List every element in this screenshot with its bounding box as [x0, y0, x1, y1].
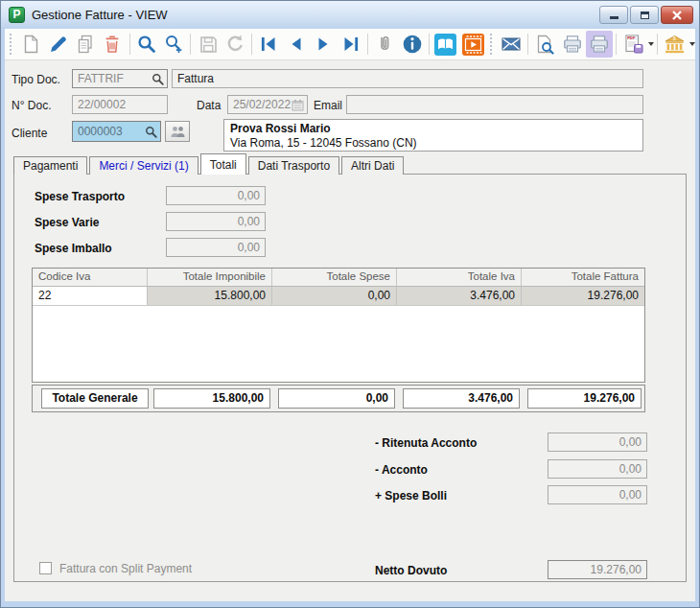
minimize-button[interactable]: [599, 6, 628, 24]
app-body: PDF: [5, 29, 695, 601]
printer-active-icon: [589, 34, 610, 55]
video-icon: [462, 34, 484, 56]
tab-altri-dati[interactable]: Altri Dati: [341, 156, 404, 175]
info-button[interactable]: [398, 31, 425, 58]
anagrafica-button[interactable]: [165, 121, 190, 142]
tabstrip: Pagamenti Merci / Servizi (1) Totali Dat…: [13, 153, 406, 175]
iva-table: Codice Iva Totale Imponibile Totale Spes…: [32, 268, 645, 383]
app-logo-icon: P: [9, 7, 25, 23]
toolbar-grip[interactable]: [490, 34, 495, 55]
app-window: P Gestione Fatture - VIEW: [0, 0, 700, 608]
netto-dovuto-value: 19.276,00: [591, 563, 642, 576]
toolbar-separator: [429, 34, 430, 55]
window-controls: [599, 6, 693, 24]
undo-button: [222, 31, 248, 58]
cliente-search-icon[interactable]: [145, 126, 157, 138]
previous-record-button[interactable]: [283, 31, 310, 58]
data-input: 25/02/2022: [227, 95, 308, 114]
numero-doc-input: 22/00002: [72, 95, 168, 114]
bank-services-button[interactable]: $: [661, 31, 688, 58]
bank-dropdown-arrow[interactable]: [689, 42, 695, 46]
toolbar-separator: [190, 34, 191, 55]
totale-spese-totalbox: 0,00: [278, 388, 395, 409]
tipo-doc-desc-value: Fattura: [177, 72, 214, 85]
ritenuta-acconto-value: 0,00: [619, 435, 642, 449]
video-tutorial-button[interactable]: [459, 31, 486, 58]
info-icon: [402, 34, 423, 55]
split-payment-label: Fattura con Split Payment: [59, 562, 192, 575]
advanced-search-button[interactable]: [160, 31, 187, 58]
totale-imponibile-totalbox: 15.800,00: [153, 388, 270, 409]
tipo-doc-value: FATTRIF: [78, 72, 124, 85]
new-document-icon: [20, 34, 41, 55]
new-document-button[interactable]: [17, 31, 44, 58]
split-payment-checkbox[interactable]: [39, 562, 52, 574]
spese-bolli-label: + Spese Bolli: [375, 489, 447, 503]
spese-imballo-label: Spese Imballo: [35, 242, 112, 255]
col-totale-spese[interactable]: Totale Spese: [272, 269, 397, 286]
maximize-button[interactable]: [630, 6, 659, 24]
pdf-dropdown-arrow[interactable]: [648, 42, 654, 46]
last-record-button[interactable]: [338, 31, 364, 58]
close-button[interactable]: [661, 6, 693, 24]
cliente-code-value: 0000003: [78, 125, 123, 138]
delete-button[interactable]: [99, 31, 126, 58]
toolbar-separator: [129, 34, 130, 55]
cell-totale-fattura: 19.276,00: [522, 287, 644, 305]
search-icon: [136, 34, 157, 55]
totale-fattura-totalbox: 19.276,00: [527, 388, 642, 409]
tab-merci-servizi[interactable]: Merci / Servizi (1): [89, 156, 198, 175]
attachments-button[interactable]: [371, 31, 398, 58]
edit-button[interactable]: [44, 31, 71, 58]
col-totale-iva[interactable]: Totale Iva: [397, 269, 522, 286]
close-icon: [671, 11, 683, 20]
quick-print-button[interactable]: [586, 31, 613, 58]
tab-totali[interactable]: Totali: [200, 153, 246, 175]
cliente-name: Prova Rossi Mario: [230, 122, 637, 136]
search-button[interactable]: [133, 31, 160, 58]
print-button[interactable]: [558, 31, 585, 58]
nav-next-icon: [313, 34, 334, 55]
lookup-search-icon[interactable]: [152, 73, 164, 85]
book-icon: [434, 34, 456, 56]
numero-doc-label: N° Doc.: [12, 99, 51, 112]
contacts-people-icon: [170, 126, 186, 138]
ritenuta-acconto-input: 0,00: [548, 433, 647, 452]
printer-icon: [562, 34, 583, 55]
paperclip-icon: [374, 34, 395, 55]
send-email-button[interactable]: [498, 31, 525, 58]
spese-trasporto-label: Spese Trasporto: [35, 190, 125, 203]
tab-pagamenti[interactable]: Pagamenti: [13, 156, 87, 175]
tipo-doc-input[interactable]: FATTRIF: [72, 69, 168, 88]
nav-first-icon: [258, 34, 279, 55]
copy-button[interactable]: [72, 31, 99, 58]
numero-doc-value: 22/00002: [78, 98, 126, 111]
cliente-input[interactable]: 0000003: [72, 121, 161, 142]
spese-trasporto-input: 0,00: [166, 186, 266, 205]
toolbar-separator: [527, 34, 528, 55]
toolbar-grip[interactable]: [10, 34, 14, 55]
spese-varie-value: 0,00: [238, 215, 260, 228]
toolbar-separator: [251, 34, 252, 55]
col-totale-imponibile[interactable]: Totale Imponibile: [148, 269, 272, 286]
spese-varie-label: Spese Varie: [35, 216, 99, 229]
export-pdf-button[interactable]: PDF: [619, 31, 647, 58]
first-record-button[interactable]: [255, 31, 282, 58]
nav-last-icon: [340, 34, 362, 55]
print-preview-icon: [534, 34, 555, 55]
next-record-button[interactable]: [310, 31, 337, 58]
titlebar[interactable]: P Gestione Fatture - VIEW: [1, 1, 699, 29]
tab-dati-trasporto[interactable]: Dati Trasporto: [248, 156, 339, 175]
netto-dovuto-input: 19.276,00: [548, 560, 647, 579]
cell-totale-spese: 0,00: [272, 287, 397, 305]
iva-table-header: Codice Iva Totale Imponibile Totale Spes…: [33, 269, 644, 287]
toolbar-separator: [616, 34, 617, 55]
col-totale-fattura[interactable]: Totale Fattura: [522, 269, 644, 286]
print-preview-button[interactable]: [531, 31, 558, 58]
manual-button[interactable]: [432, 31, 459, 58]
col-codice-iva[interactable]: Codice Iva: [33, 269, 148, 286]
iva-table-row[interactable]: 22 15.800,00 0,00 3.476,00 19.276,00: [33, 287, 644, 306]
undo-icon: [224, 34, 245, 55]
email-input[interactable]: [346, 95, 643, 114]
save-icon: [198, 34, 219, 55]
